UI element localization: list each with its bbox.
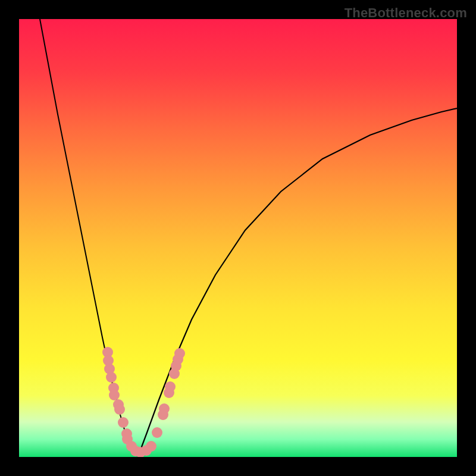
marker-point xyxy=(118,417,129,428)
marker-point xyxy=(114,404,125,415)
chart-frame: TheBottleneck.com xyxy=(0,0,476,476)
curves-layer xyxy=(19,19,457,457)
marker-point xyxy=(146,441,156,452)
marker-point xyxy=(174,348,185,359)
marker-point xyxy=(109,390,120,400)
left-branch-curve xyxy=(40,19,138,456)
marker-point xyxy=(152,427,162,438)
marker-point xyxy=(106,372,117,383)
watermark-text: TheBottleneck.com xyxy=(345,5,467,21)
marker-point xyxy=(165,381,176,392)
marker-point xyxy=(159,403,170,414)
right-branch-curve xyxy=(138,108,457,456)
plot-area xyxy=(19,19,457,457)
